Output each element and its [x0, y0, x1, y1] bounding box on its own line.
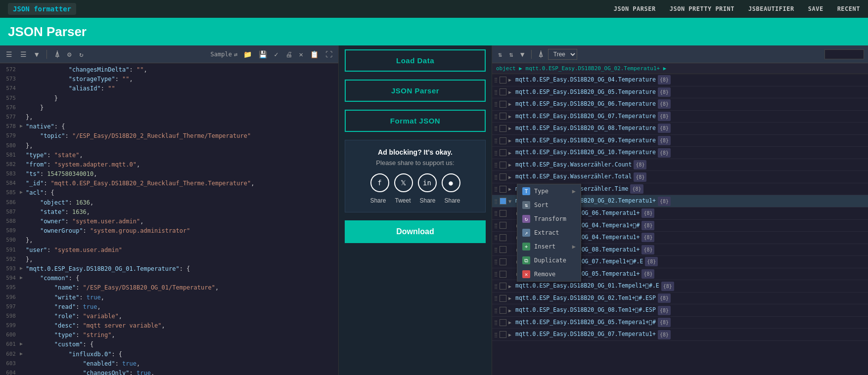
tree-row-checkbox[interactable]: [500, 88, 506, 95]
tree-expand-icon[interactable]: ▶: [508, 318, 513, 327]
tree-row[interactable]: ⣿▶mqtt.0.ESP_Easy.DS18B20_OG_07.Temperat…: [492, 111, 868, 123]
tree-row-checkbox[interactable]: [500, 137, 506, 144]
copy-icon[interactable]: 📋: [308, 49, 320, 59]
tree-row-checkbox[interactable]: [500, 186, 506, 193]
tree-row[interactable]: ⣿▶mqtt.0.ESP_Easy.DS18B20_OG_02.Tem1+ #.…: [492, 292, 868, 305]
nav-json-parser[interactable]: JSON PARSER: [614, 5, 656, 12]
tree-row-checkbox[interactable]: [500, 162, 506, 168]
tree-expand-icon[interactable]: ▶: [508, 161, 513, 169]
sample-dropdown[interactable]: Sample ⇄: [211, 51, 238, 58]
tree-filter-icon[interactable]: ▼: [518, 49, 526, 59]
save-icon[interactable]: 💾: [257, 49, 269, 59]
tree-row[interactable]: ⣿▶mqtt.0.ESP_Easy.DS18B20_OG_10.Temperat…: [492, 147, 868, 159]
json-parser-button[interactable]: JSON Parser: [345, 80, 486, 102]
expand-icon[interactable]: ⛶: [323, 49, 334, 59]
tree-row-checkbox[interactable]: [500, 210, 506, 217]
tree-row[interactable]: ⣿▶mqtt.0.ESP_Easy.Wasserzähler.Total{8}: [492, 171, 868, 183]
nav-jsbeautifier[interactable]: JSBEAUTIFIER: [748, 5, 794, 12]
editor-content[interactable]: 572 "changesMinDelta": "",573 "storageTy…: [0, 63, 338, 375]
tree-row[interactable]: ⣿▶mqtt.0.ESP_Easy.DS18B20_OG_06.Temperat…: [492, 98, 868, 111]
tree-row-checkbox[interactable]: [500, 246, 506, 253]
tree-row-checkbox[interactable]: [500, 283, 506, 290]
load-data-button[interactable]: Load Data: [345, 49, 486, 72]
tree-expand-icon[interactable]: ▶: [508, 331, 513, 339]
tree-expand-icon[interactable]: ▶: [508, 282, 513, 291]
facebook-icon[interactable]: f: [370, 173, 389, 192]
reddit-icon[interactable]: ●: [442, 173, 460, 192]
tree-expand-icon[interactable]: ▶: [508, 112, 513, 121]
context-menu-item-type[interactable]: TType▶: [517, 184, 581, 198]
tree-expand-icon[interactable]: ▶: [508, 76, 513, 84]
tree-row[interactable]: ⣿▶mqtt.0.ESP_Easy.DS18B20_OG_01.Tempel1+…: [492, 280, 868, 292]
check-icon[interactable]: ✓: [272, 49, 280, 59]
tree-sort-down-icon[interactable]: ⇅: [507, 49, 515, 59]
upload-icon[interactable]: 📁: [241, 49, 254, 59]
tree-row[interactable]: ⣿▶mqtt.0.ESP_Easy.DS18B20_OG_04.Temperat…: [492, 74, 868, 86]
tree-row-checkbox[interactable]: [500, 331, 506, 338]
tree-sort-up-icon[interactable]: ⇅: [496, 49, 504, 59]
tree-row-checkbox[interactable]: [500, 198, 506, 205]
context-menu-item-sort[interactable]: ⇅Sort: [517, 198, 581, 212]
tree-row-checkbox[interactable]: [500, 258, 506, 265]
tree-funnel-icon[interactable]: ⍋: [537, 49, 545, 59]
tree-row-checkbox[interactable]: [500, 271, 506, 278]
fold-icon[interactable]: ▶: [20, 340, 26, 348]
nav-json-pretty-print[interactable]: JSON PRETTY PRINT: [670, 5, 734, 12]
twitter-icon[interactable]: 𝕏: [394, 173, 413, 192]
nav-recent[interactable]: RECENT: [837, 5, 860, 12]
fold-icon[interactable]: ▶: [20, 264, 26, 272]
tree-row[interactable]: ⣿▶mqtt.0.ESP_Easy.Wasserzähler.Count{8}: [492, 159, 868, 171]
linkedin-icon[interactable]: in: [418, 173, 437, 192]
context-menu-item-remove[interactable]: ✕Remove: [517, 267, 581, 281]
fold-icon[interactable]: ▶: [20, 122, 26, 130]
format-json-button[interactable]: Format JSON: [345, 110, 486, 132]
close-icon[interactable]: ✕: [297, 49, 305, 59]
tree-row-checkbox[interactable]: [500, 125, 506, 132]
context-menu-item-insert[interactable]: +Insert▶: [517, 240, 581, 253]
tree-expand-icon[interactable]: ▶: [508, 185, 513, 193]
tree-expand-icon[interactable]: ▶: [508, 149, 513, 157]
context-menu-item-transform[interactable]: ↻Transform: [517, 212, 581, 226]
tree-row-checkbox[interactable]: [500, 295, 506, 302]
print-icon[interactable]: 🖨: [283, 49, 294, 59]
tree-search-input[interactable]: [824, 49, 864, 59]
align-center-icon[interactable]: ☰: [18, 49, 29, 59]
tree-row[interactable]: ⣿▶mqtt.0.ESP_Easy.DS18B20_OG_08.Tem1+ #.…: [492, 304, 868, 317]
context-menu-item-dup[interactable]: ⧉Duplicate: [517, 253, 581, 267]
tree-row[interactable]: ⣿▶mqtt.0.ESP_Easy.DS18B20_OG_05.Temperat…: [492, 86, 868, 99]
tree-row-checkbox[interactable]: [500, 307, 506, 314]
context-menu-item-extract[interactable]: ↗Extract: [517, 226, 581, 240]
align-right-icon[interactable]: ▼: [33, 49, 41, 59]
tree-expand-icon[interactable]: ▶: [508, 294, 513, 302]
fold-icon[interactable]: ▶: [20, 350, 26, 358]
tree-row-checkbox[interactable]: [500, 234, 506, 241]
tree-row-checkbox[interactable]: [500, 113, 506, 120]
tree-expand-icon[interactable]: ▶: [508, 306, 513, 315]
tree-expand-icon[interactable]: ▶: [508, 100, 513, 108]
filter-icon[interactable]: ⍋: [53, 49, 61, 59]
tree-expand-icon[interactable]: ▶: [508, 136, 513, 145]
tree-row-checkbox[interactable]: [500, 77, 506, 83]
nav-save[interactable]: SAVE: [808, 5, 823, 12]
editor-line: 600 "type": "string",: [0, 331, 338, 340]
fold-icon[interactable]: ▶: [20, 274, 26, 282]
tree-row[interactable]: ⣿▶mqtt.0.ESP_Easy.DS18B20_OG_05.Tempera1…: [492, 317, 868, 329]
align-left-icon[interactable]: ☰: [4, 49, 14, 59]
tree-expand-icon[interactable]: ▶: [508, 88, 513, 96]
tree-expand-icon[interactable]: ▼: [508, 197, 513, 206]
tree-row-checkbox[interactable]: [500, 149, 506, 156]
tree-view-dropdown[interactable]: Tree: [548, 49, 577, 60]
tree-expand-icon[interactable]: ▶: [508, 124, 513, 132]
tree-row[interactable]: ⣿▶mqtt.0.ESP_Easy.DS18B20_OG_09.Temperat…: [492, 135, 868, 147]
undo-icon[interactable]: ↻: [77, 49, 85, 59]
tree-row[interactable]: ⣿▶mqtt.0.ESP_Easy.DS18B20_OG_07.Temperat…: [492, 329, 868, 341]
tree-row-checkbox[interactable]: [500, 101, 506, 108]
fold-icon[interactable]: ▶: [20, 188, 26, 196]
tree-expand-icon[interactable]: ▶: [508, 173, 513, 181]
tree-row-checkbox[interactable]: [500, 222, 506, 229]
tree-row-checkbox[interactable]: [500, 319, 506, 326]
settings-icon[interactable]: ⚙: [65, 49, 73, 59]
tree-row-checkbox[interactable]: [500, 173, 506, 180]
tree-row[interactable]: ⣿▶mqtt.0.ESP_Easy.DS18B20_OG_08.Temperat…: [492, 123, 868, 135]
download-button[interactable]: Download: [345, 220, 486, 243]
